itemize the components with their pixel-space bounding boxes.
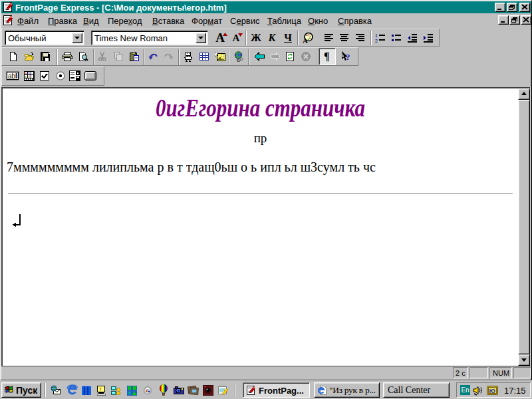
svg-text:T: T	[99, 387, 102, 392]
svg-text:?: ?	[346, 52, 350, 62]
svg-text:abl: abl	[8, 72, 17, 80]
svg-text:2: 2	[375, 39, 378, 43]
svg-text:A: A	[303, 37, 308, 45]
svg-text:Ю: Ю	[489, 388, 495, 394]
svg-text:1: 1	[375, 33, 378, 38]
